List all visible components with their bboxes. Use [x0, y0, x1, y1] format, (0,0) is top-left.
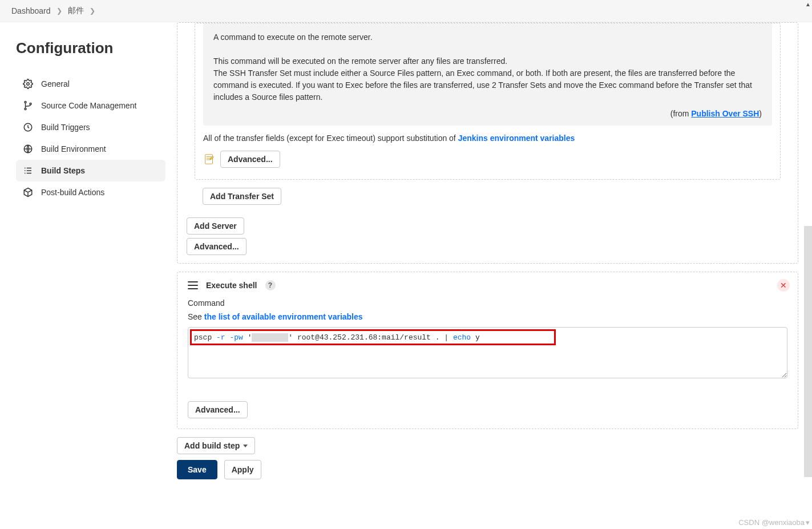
svg-point-1: [25, 102, 26, 103]
svg-point-2: [25, 108, 26, 110]
chevron-down-icon: [243, 445, 248, 447]
env-vars-list-link[interactable]: the list of available environment variab…: [204, 312, 363, 321]
publish-over-ssh-link[interactable]: Publish Over SSH: [691, 109, 759, 118]
help-text: The SSH Transfer Set must include either…: [213, 67, 762, 103]
apply-button[interactable]: Apply: [224, 460, 261, 479]
advanced-button-server[interactable]: Advanced...: [187, 238, 247, 255]
breadcrumb-dashboard[interactable]: Dashboard: [11, 6, 51, 15]
execute-shell-panel: Execute shell ? ✕ Command See the list o…: [177, 272, 798, 429]
advanced-button[interactable]: Advanced...: [220, 151, 280, 168]
breadcrumb: Dashboard ❯ 邮件 ❯: [0, 0, 812, 22]
command-label: Command: [188, 298, 787, 308]
globe-icon: [23, 144, 33, 154]
sidebar-item-label: Source Code Management: [41, 101, 136, 110]
sidebar-item-label: Post-build Actions: [41, 188, 104, 197]
main-content: A command to execute on the remote serve…: [177, 22, 812, 502]
sidebar: Configuration General Source Code Manage…: [0, 22, 177, 502]
save-bar: Save Apply: [177, 454, 798, 479]
help-icon[interactable]: ?: [265, 280, 276, 290]
exec-help-box: A command to execute on the remote serve…: [203, 23, 772, 126]
add-server-button[interactable]: Add Server: [187, 217, 244, 235]
help-text: This command will be executed on the rem…: [213, 55, 762, 67]
redacted-password: x: [252, 333, 288, 342]
sidebar-item-postbuild[interactable]: Post-build Actions: [16, 181, 165, 203]
command-see-note: See the list of available environment va…: [188, 312, 787, 321]
drag-handle-icon[interactable]: [188, 281, 198, 289]
sidebar-item-label: Build Environment: [41, 144, 106, 154]
sidebar-item-label: Build Steps: [41, 166, 85, 175]
gear-icon: [23, 79, 33, 89]
delete-step-icon[interactable]: ✕: [777, 279, 790, 292]
page-title: Configuration: [16, 39, 165, 57]
step-title: Execute shell: [206, 281, 257, 290]
add-transfer-set-button[interactable]: Add Transfer Set: [203, 188, 281, 205]
scroll-up-icon[interactable]: ▲: [805, 1, 811, 7]
sidebar-item-build-steps[interactable]: Build Steps: [16, 160, 165, 181]
transfer-set-panel: A command to execute on the remote serve…: [195, 23, 781, 180]
chevron-right-icon: ❯: [90, 7, 95, 15]
sidebar-item-triggers[interactable]: Build Triggers: [16, 116, 165, 138]
git-branch-icon: [23, 100, 33, 111]
ssh-server-panel: A command to execute on the remote serve…: [177, 22, 798, 264]
steps-icon: [23, 165, 33, 176]
svg-point-3: [30, 103, 31, 105]
command-textarea[interactable]: pscp -r -pw 'x' root@43.252.231.68:mail/…: [188, 327, 787, 378]
breadcrumb-item[interactable]: 邮件: [68, 6, 84, 16]
sidebar-item-label: General: [41, 79, 70, 88]
advanced-button-shell[interactable]: Advanced...: [188, 401, 248, 418]
sidebar-item-env[interactable]: Build Environment: [16, 138, 165, 160]
box-icon: [23, 187, 33, 197]
sidebar-item-scm[interactable]: Source Code Management: [16, 95, 165, 116]
sidebar-item-general[interactable]: General: [16, 73, 165, 95]
save-button[interactable]: Save: [177, 460, 217, 479]
help-source: (from Publish Over SSH): [213, 108, 762, 120]
chevron-right-icon: ❯: [56, 7, 62, 15]
substitution-note: All of the transfer fields (except for E…: [203, 134, 772, 143]
svg-point-0: [27, 83, 30, 86]
clock-icon: [23, 122, 33, 132]
env-vars-link[interactable]: Jenkins environment variables: [458, 134, 575, 143]
add-build-step-button[interactable]: Add build step: [177, 437, 255, 454]
help-text: A command to execute on the remote serve…: [213, 31, 762, 43]
scrollbar-thumb[interactable]: [804, 226, 812, 477]
sidebar-item-label: Build Triggers: [41, 123, 90, 132]
notepad-icon: [203, 153, 216, 165]
